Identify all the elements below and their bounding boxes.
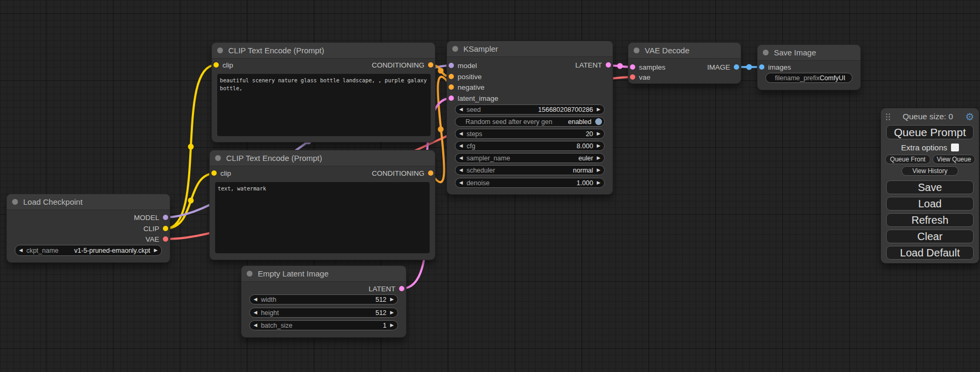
empty-latent-title-bar[interactable]: Empty Latent Image xyxy=(241,266,406,282)
negative-input-dot[interactable] xyxy=(449,84,454,90)
ckpt-name-widget[interactable]: ◀ ckpt_name v1-5-pruned-emaonly.ckpt ▶ xyxy=(15,245,162,256)
queue-size-label: Queue size: 0 xyxy=(890,112,965,121)
load-button[interactable]: Load xyxy=(886,197,974,211)
filename-prefix-widget[interactable]: filename_prefix ComfyUI xyxy=(765,73,852,83)
increment-arrow-icon[interactable]: ▶ xyxy=(390,297,394,302)
node-load-checkpoint: Load Checkpoint MODEL CLIP VAE ◀ ckpt_na… xyxy=(7,194,170,262)
node-title: VAE Decode xyxy=(645,46,690,55)
output-latent: LATENT xyxy=(368,284,404,293)
denoise-widget[interactable]: ◀ denoise 1.000 ▶ xyxy=(455,178,605,188)
images-input-dot[interactable] xyxy=(759,64,764,70)
increment-arrow-icon[interactable]: ▶ xyxy=(597,107,600,112)
input-clip: clip xyxy=(214,60,233,70)
collapse-dot[interactable] xyxy=(634,47,639,53)
increment-arrow-icon[interactable]: ▶ xyxy=(597,131,600,136)
positive-input-dot[interactable] xyxy=(449,74,454,79)
decrement-arrow-icon[interactable]: ◀ xyxy=(459,107,463,112)
extra-options-label: Extra options xyxy=(901,143,947,152)
increment-arrow-icon[interactable]: ▶ xyxy=(597,144,600,148)
collapse-dot[interactable] xyxy=(452,46,458,52)
collapse-dot[interactable] xyxy=(217,47,223,53)
cfg-widget[interactable]: ◀ cfg 8.000 ▶ xyxy=(455,141,605,151)
clear-button[interactable]: Clear xyxy=(886,230,974,243)
extra-options-checkbox[interactable] xyxy=(951,144,959,151)
conditioning-output-dot[interactable] xyxy=(428,170,433,176)
load-default-button[interactable]: Load Default xyxy=(886,246,974,260)
refresh-button[interactable]: Refresh xyxy=(886,213,974,227)
decrement-arrow-icon[interactable]: ◀ xyxy=(254,323,257,328)
output-image: IMAGE xyxy=(707,62,739,72)
decrement-arrow-icon[interactable]: ◀ xyxy=(459,168,463,173)
input-positive: positive xyxy=(449,72,482,81)
node-title: Save Image xyxy=(774,48,816,57)
decrement-arrow-icon[interactable]: ◀ xyxy=(459,156,463,160)
model-output-dot[interactable] xyxy=(163,215,168,220)
scheduler-widget[interactable]: ◀ scheduler normal ▶ xyxy=(455,165,605,175)
increment-arrow-icon[interactable]: ▶ xyxy=(597,180,600,185)
conditioning-output-dot[interactable] xyxy=(428,62,433,68)
drag-handle-icon[interactable] xyxy=(886,113,890,121)
decrement-arrow-icon[interactable]: ◀ xyxy=(254,297,257,302)
decrement-arrow-icon[interactable]: ◀ xyxy=(459,144,463,148)
save-image-title-bar[interactable]: Save Image xyxy=(758,45,860,61)
height-widget[interactable]: ◀ height 512 ▶ xyxy=(249,308,398,318)
collapse-dot[interactable] xyxy=(763,50,769,55)
settings-gear-icon[interactable]: ⚙ xyxy=(965,112,974,122)
vae-input-dot[interactable] xyxy=(630,74,635,80)
increment-arrow-icon[interactable]: ▶ xyxy=(154,248,158,253)
model-input-dot[interactable] xyxy=(449,63,454,68)
node-title: CLIP Text Encode (Prompt) xyxy=(228,46,324,55)
input-vae: vae xyxy=(630,72,651,82)
queue-front-button[interactable]: Queue Front xyxy=(885,155,930,164)
vae-output-dot[interactable] xyxy=(163,236,168,242)
node-ksampler: KSampler model positive negative latent_… xyxy=(447,41,613,194)
decrement-arrow-icon[interactable]: ◀ xyxy=(19,248,23,253)
clip-encode-2-title-bar[interactable]: CLIP Text Encode (Prompt) xyxy=(210,150,435,166)
collapse-dot[interactable] xyxy=(247,271,253,276)
vae-decode-title-bar[interactable]: VAE Decode xyxy=(628,43,741,59)
comfyui-canvas[interactable]: { "icons": { "arrow_left": "◀", "arrow_r… xyxy=(0,0,980,372)
save-button[interactable]: Save xyxy=(886,180,974,194)
samples-input-dot[interactable] xyxy=(630,64,635,70)
collapse-dot[interactable] xyxy=(12,199,18,205)
batch-size-widget[interactable]: ◀ batch_size 1 ▶ xyxy=(249,320,398,330)
input-clip: clip xyxy=(211,168,231,178)
toggle-knob[interactable] xyxy=(595,118,602,125)
random-seed-toggle[interactable]: Random seed after every gen enabled xyxy=(455,117,605,127)
load-checkpoint-title-bar[interactable]: Load Checkpoint xyxy=(7,194,170,210)
increment-arrow-icon[interactable]: ▶ xyxy=(390,323,394,328)
decrement-arrow-icon[interactable]: ◀ xyxy=(459,131,463,136)
queue-menu-panel: Queue size: 0 ⚙ Queue Prompt Extra optio… xyxy=(881,108,979,263)
decrement-arrow-icon[interactable]: ◀ xyxy=(254,310,257,315)
seed-widget[interactable]: ◀ seed 156680208700286 ▶ xyxy=(455,104,605,115)
output-clip: CLIP xyxy=(143,224,168,233)
negative-prompt-textarea[interactable]: text, watermark xyxy=(215,182,430,253)
sampler-name-widget[interactable]: ◀ sampler_name euler ▶ xyxy=(455,153,605,163)
width-widget[interactable]: ◀ width 512 ▶ xyxy=(249,294,398,304)
image-output-dot[interactable] xyxy=(734,64,739,70)
node-vae-decode: VAE Decode samples vae IMAGE xyxy=(628,43,741,83)
increment-arrow-icon[interactable]: ▶ xyxy=(390,310,394,315)
clip-input-dot[interactable] xyxy=(214,62,219,68)
positive-prompt-textarea[interactable]: beautiful scenery nature glass bottle la… xyxy=(217,74,431,136)
view-history-button[interactable]: View History xyxy=(901,166,958,176)
clip-encode-1-title-bar[interactable]: CLIP Text Encode (Prompt) xyxy=(212,43,435,59)
node-save-image: Save Image images filename_prefix ComfyU… xyxy=(758,45,860,90)
latent-output-dot[interactable] xyxy=(606,62,611,68)
view-queue-button[interactable]: View Queue xyxy=(933,155,975,164)
collapse-dot[interactable] xyxy=(215,155,221,161)
clip-output-dot[interactable] xyxy=(163,226,168,231)
queue-prompt-button[interactable]: Queue Prompt xyxy=(886,125,974,139)
ksampler-title-bar[interactable]: KSampler xyxy=(447,41,613,57)
latent-output-dot[interactable] xyxy=(399,286,404,291)
input-samples: samples xyxy=(630,62,665,72)
output-latent: LATENT xyxy=(575,60,611,70)
output-conditioning: CONDITIONING xyxy=(372,168,433,178)
increment-arrow-icon[interactable]: ▶ xyxy=(597,168,600,173)
latent-image-input-dot[interactable] xyxy=(449,96,454,101)
clip-input-dot[interactable] xyxy=(211,170,217,176)
decrement-arrow-icon[interactable]: ◀ xyxy=(459,180,463,185)
node-title: CLIP Text Encode (Prompt) xyxy=(226,154,322,163)
steps-widget[interactable]: ◀ steps 20 ▶ xyxy=(455,129,605,139)
increment-arrow-icon[interactable]: ▶ xyxy=(597,156,600,160)
